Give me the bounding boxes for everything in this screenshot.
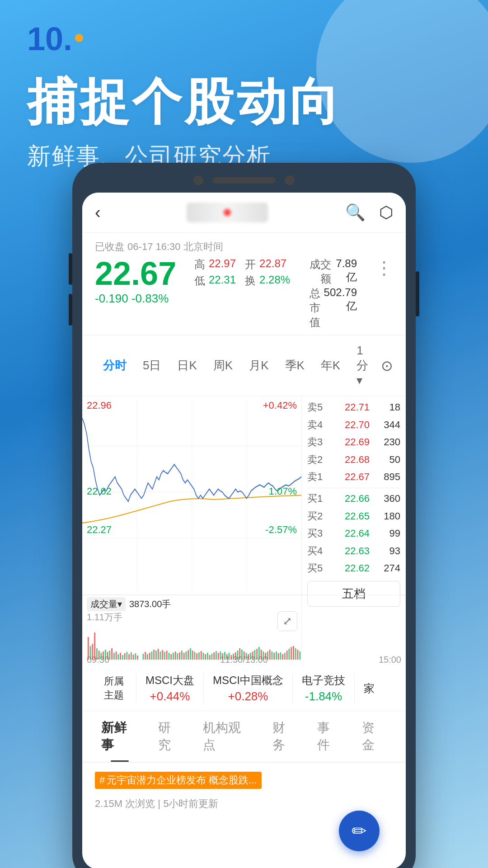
back-button[interactable]: ‹ bbox=[95, 203, 110, 222]
svg-rect-58 bbox=[203, 653, 204, 660]
speaker bbox=[212, 177, 276, 184]
svg-rect-14 bbox=[105, 650, 106, 660]
svg-rect-23 bbox=[124, 653, 126, 660]
svg-rect-28 bbox=[135, 653, 136, 660]
volume-down-button[interactable] bbox=[69, 294, 72, 326]
target-icon[interactable]: ⊙ bbox=[381, 357, 393, 374]
share-icon[interactable]: ⬡ bbox=[379, 203, 393, 222]
svg-rect-68 bbox=[224, 652, 225, 660]
svg-rect-69 bbox=[226, 654, 228, 660]
svg-rect-99 bbox=[291, 647, 292, 660]
svg-rect-103 bbox=[299, 651, 300, 660]
stock-price: 22.67 bbox=[95, 257, 176, 290]
sell-2-row: 卖2 22.68 50 bbox=[307, 451, 400, 469]
tab-daily-k[interactable]: 日K bbox=[169, 354, 205, 377]
scale-icon[interactable]: ⤢ bbox=[277, 611, 297, 631]
svg-rect-12 bbox=[100, 653, 102, 660]
market-cap-item: 总市值 502.79亿 bbox=[308, 286, 357, 330]
svg-rect-82 bbox=[254, 650, 256, 660]
chart-bot-pct: -2.57% bbox=[265, 524, 297, 536]
svg-rect-88 bbox=[267, 651, 268, 660]
svg-rect-61 bbox=[209, 655, 211, 660]
low-label: 低 bbox=[194, 274, 205, 288]
svg-rect-71 bbox=[230, 655, 232, 660]
buy-3-price: 22.64 bbox=[338, 527, 370, 540]
volume-side bbox=[302, 595, 406, 654]
svg-rect-25 bbox=[128, 654, 130, 660]
theme-esports[interactable]: 电子竞技 -1.84% bbox=[293, 673, 355, 703]
buy-3-qty: 99 bbox=[378, 527, 400, 540]
volume-header: 成交量▾ 3873.00手 bbox=[87, 597, 301, 611]
chart-tabs: 分时 5日 日K 周K 月K 季K 年K 1分▾ ⊙ bbox=[82, 335, 406, 396]
svg-rect-94 bbox=[280, 652, 282, 660]
chart-area: 22.96 +0.42% 22.62 1.07% 22.27 -2.57% bbox=[82, 396, 406, 595]
svg-rect-91 bbox=[273, 653, 275, 660]
more-button[interactable]: ⋮ bbox=[375, 257, 393, 278]
svg-rect-11 bbox=[99, 651, 100, 660]
power-button[interactable] bbox=[416, 271, 419, 316]
tab-monthly-k[interactable]: 月K bbox=[241, 354, 277, 377]
theme-more[interactable]: 家 bbox=[355, 681, 384, 696]
svg-rect-85 bbox=[261, 650, 262, 660]
chart-low-price: 22.27 bbox=[87, 524, 112, 536]
search-icon[interactable]: 🔍 bbox=[345, 203, 366, 222]
high-label: 高 bbox=[194, 257, 205, 272]
news-tab-events[interactable]: 事件 bbox=[307, 711, 352, 762]
theme-msci-china-pct: +0.28% bbox=[213, 689, 283, 703]
svg-rect-57 bbox=[201, 651, 202, 660]
svg-rect-48 bbox=[181, 651, 183, 660]
volume-up-button[interactable] bbox=[69, 253, 72, 285]
theme-msci-china-name: MSCI中国概念 bbox=[213, 673, 283, 688]
tab-quarterly-k[interactable]: 季K bbox=[277, 354, 313, 377]
news-tab-research[interactable]: 研究 bbox=[148, 711, 193, 762]
svg-rect-8 bbox=[92, 644, 93, 660]
sensor bbox=[285, 175, 295, 185]
sell-1-row: 卖1 22.67 895 bbox=[307, 468, 400, 486]
news-tab-fresh[interactable]: 新鲜事 bbox=[91, 711, 148, 762]
svg-rect-90 bbox=[272, 651, 273, 660]
stock-price-main: 22.67 -0.190 -0.83% bbox=[95, 257, 176, 306]
svg-rect-13 bbox=[103, 651, 104, 660]
theme-msci-china[interactable]: MSCI中国概念 +0.28% bbox=[204, 673, 293, 703]
theme-msci-large[interactable]: MSCI大盘 +0.44% bbox=[136, 673, 204, 703]
svg-rect-10 bbox=[96, 648, 98, 660]
svg-rect-26 bbox=[131, 652, 132, 660]
tab-1min-dropdown[interactable]: 1分▾ bbox=[348, 340, 381, 391]
svg-rect-31 bbox=[145, 652, 146, 660]
news-tab-capital[interactable]: 资金 bbox=[352, 711, 397, 762]
volume-area: 成交量▾ 3873.00手 1.11万手 bbox=[82, 595, 406, 654]
volume-sub: 1.11万手 bbox=[87, 612, 122, 622]
svg-rect-44 bbox=[173, 653, 174, 660]
svg-rect-50 bbox=[186, 651, 187, 660]
main-chart: 22.96 +0.42% 22.62 1.07% 22.27 -2.57% bbox=[82, 396, 302, 594]
stock-price-row: 22.67 -0.190 -0.83% 高 22.97 开 22.87 bbox=[95, 257, 393, 330]
tab-weekly-k[interactable]: 周K bbox=[205, 354, 241, 377]
volume-dropdown[interactable]: 成交量▾ bbox=[87, 597, 126, 611]
high-item: 高 22.97 bbox=[194, 257, 236, 272]
market-cap-label: 总市值 bbox=[308, 286, 320, 330]
sell-4-qty: 344 bbox=[378, 419, 400, 432]
buy-3-row: 买3 22.64 99 bbox=[307, 525, 400, 542]
buy-4-row: 买4 22.63 93 bbox=[307, 542, 400, 560]
header-title-area bbox=[110, 203, 345, 222]
news-tab-institution[interactable]: 机构观点 bbox=[193, 711, 263, 762]
phone-top-bar bbox=[82, 175, 406, 185]
news-tab-finance[interactable]: 财务 bbox=[263, 711, 307, 762]
low-item: 低 22.31 bbox=[194, 274, 236, 288]
low-value: 22.31 bbox=[209, 274, 236, 288]
tab-fenshi[interactable]: 分时 bbox=[95, 354, 135, 377]
fab-button[interactable]: ✏ bbox=[339, 811, 380, 851]
svg-rect-98 bbox=[289, 649, 290, 660]
tab-5day[interactable]: 5日 bbox=[135, 354, 169, 377]
volume-item: 成交额 7.89亿 bbox=[308, 257, 357, 286]
svg-rect-16 bbox=[109, 651, 110, 660]
svg-rect-21 bbox=[120, 653, 121, 660]
news-meta: 2.15M 次浏览 | 5小时前更新 bbox=[95, 797, 393, 811]
theme-belongs[interactable]: 所属主题 bbox=[91, 675, 136, 703]
svg-rect-24 bbox=[126, 652, 127, 660]
tab-yearly-k[interactable]: 年K bbox=[313, 354, 348, 377]
svg-rect-77 bbox=[244, 651, 245, 660]
svg-rect-6 bbox=[88, 637, 89, 660]
buy-5-qty: 274 bbox=[378, 562, 400, 575]
news-tabs: 新鲜事 研究 机构观点 财务 事件 资金 bbox=[82, 711, 406, 763]
